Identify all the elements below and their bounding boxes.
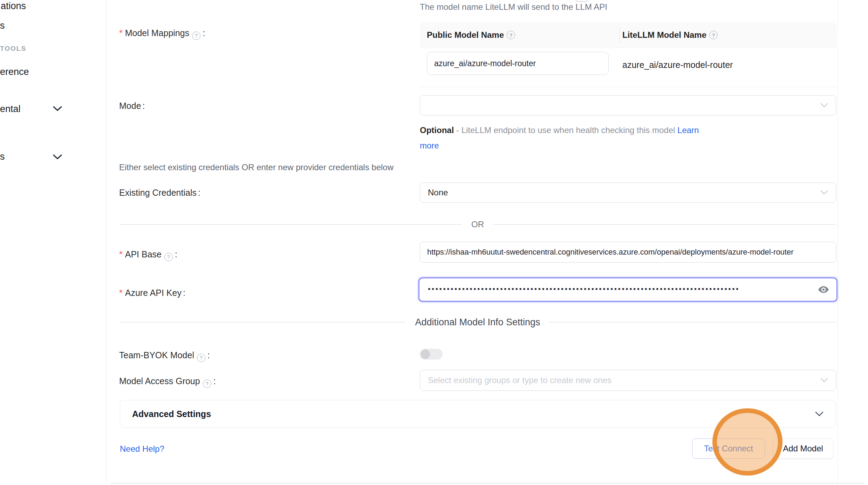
sidebar-item[interactable]: ental [0,104,21,115]
help-circle-icon[interactable]: ? [164,253,173,261]
clipped-tooltip-edge [576,0,588,2]
masked-api-key-value: ••••••••••••••••••••••••••••••••••••••••… [428,285,818,293]
chevron-down-icon[interactable] [53,106,62,112]
model-mappings-label: *Model Mappings?: [119,28,205,40]
add-model-page: ations s TOOLS erence ental s The model … [0,0,868,485]
divider-line [119,322,406,323]
or-divider: OR [119,219,836,230]
model-access-group-select[interactable]: Select existing groups or type to create… [420,370,836,391]
help-circle-icon[interactable]: ? [507,31,515,39]
required-asterisk: * [119,249,123,259]
sidebar-divider [106,0,106,485]
or-divider-text: OR [471,220,484,229]
model-mappings-table-row: azure_ai/azure-model-router [420,48,836,87]
test-connect-button[interactable]: Test Connect [692,438,765,459]
card-right-border [838,0,838,485]
toggle-knob [421,349,430,359]
azure-api-key-label: *Azure API Key: [119,288,185,298]
need-help-link[interactable]: Need Help? [120,444,164,454]
eye-icon[interactable] [818,284,829,296]
required-asterisk: * [119,28,123,38]
help-circle-icon[interactable]: ? [192,32,200,40]
required-asterisk: * [119,288,123,298]
model-mappings-table: Public Model Name ? LiteLLM Model Name ?… [420,22,836,87]
credentials-note: Either select existing credentials OR en… [119,162,394,172]
optional-bold: Optional [420,125,454,135]
litellm-model-name-value: azure_ai/azure-model-router [622,60,733,70]
sidebar-item[interactable]: erence [0,67,29,77]
chevron-down-icon [820,103,828,108]
sidebar-section-header: TOOLS [0,45,26,53]
mode-select[interactable] [420,95,836,116]
sidebar: ations s TOOLS erence ental s [0,0,106,485]
chevron-down-icon [820,378,828,383]
help-circle-icon[interactable]: ? [203,380,211,388]
model-access-group-placeholder: Select existing groups or type to create… [428,375,611,385]
info-settings-divider: Additional Model Info Settings [119,316,836,328]
chevron-down-icon[interactable] [53,154,62,160]
help-circle-icon[interactable]: ? [709,31,718,39]
chevron-down-icon [820,190,828,195]
sidebar-item[interactable]: ations [1,1,26,12]
mode-help-text: Optional - LiteLLM endpoint to use when … [420,123,711,153]
divider-line [493,224,836,225]
add-model-button[interactable]: Add Model [773,438,833,459]
column-divider [620,27,620,43]
mode-label: Mode: [119,101,145,111]
public-model-name-input[interactable] [427,52,609,75]
api-base-input[interactable] [420,242,836,263]
azure-api-key-input[interactable]: ••••••••••••••••••••••••••••••••••••••••… [418,277,838,302]
chevron-down-icon [815,411,823,417]
existing-credentials-select[interactable]: None [420,182,836,203]
model-mappings-table-header: Public Model Name ? LiteLLM Model Name ? [420,22,836,48]
existing-credentials-value: None [428,188,448,198]
help-circle-icon[interactable]: ? [197,354,205,362]
divider-line [119,224,462,225]
card-bottom-border [110,483,864,484]
sidebar-item[interactable]: s [0,20,5,31]
team-byok-label: Team-BYOK Model?: [119,350,210,362]
litellm-model-name-header: LiteLLM Model Name ? [620,30,718,40]
info-settings-divider-text: Additional Model Info Settings [415,317,540,328]
model-name-help-text: The model name LiteLLM will send to the … [420,2,607,12]
api-base-label: *API Base?: [119,249,177,261]
divider-line [549,322,836,323]
sidebar-item[interactable]: s [0,151,5,162]
advanced-settings-panel[interactable]: Advanced Settings [120,400,836,428]
team-byok-toggle[interactable] [420,349,443,360]
advanced-settings-title: Advanced Settings [132,409,211,419]
public-model-name-header: Public Model Name ? [420,30,620,40]
model-access-group-label: Model Access Group?: [119,376,216,388]
existing-credentials-label: Existing Credentials: [119,188,200,198]
